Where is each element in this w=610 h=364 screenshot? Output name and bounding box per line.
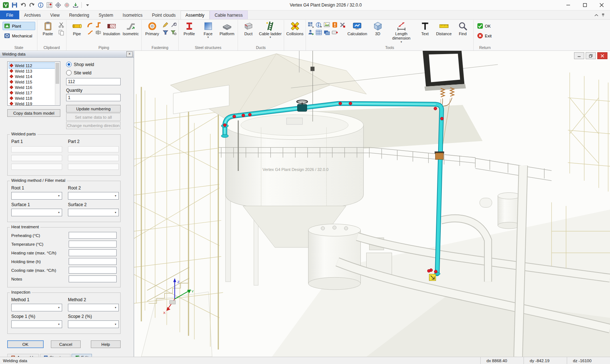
notes-input[interactable] — [69, 275, 117, 282]
tab-assembly[interactable]: Assembly — [181, 11, 210, 19]
save-icon[interactable] — [11, 1, 19, 9]
face-button[interactable]: Face ▾ — [199, 20, 218, 39]
weld-list-item[interactable]: Weld 118 — [9, 95, 55, 101]
root2-combo[interactable]: ▾ — [68, 192, 119, 200]
viewport-restore-button[interactable] — [586, 52, 596, 59]
viewport-minimize-button[interactable] — [574, 52, 584, 59]
three-d-button[interactable]: 3D — [368, 20, 387, 36]
pipe-button[interactable]: Pipe — [68, 20, 86, 36]
preheating-input[interactable] — [69, 232, 117, 239]
method2-combo[interactable]: ▾ — [68, 304, 119, 311]
export-icon[interactable] — [72, 1, 80, 9]
redo-icon[interactable] — [28, 1, 36, 9]
snap-grid-icon[interactable] — [45, 1, 53, 9]
tab-point-clouds[interactable]: Point clouds — [147, 11, 180, 19]
temperature-input[interactable] — [69, 241, 117, 248]
weld-list-item[interactable]: Weld 116 — [9, 85, 55, 90]
site-weld-radio[interactable]: Site weld — [66, 70, 121, 76]
tab-rendering[interactable]: Rendering — [64, 11, 94, 19]
measure-cross-button[interactable] — [339, 22, 346, 28]
profile-button[interactable]: Profile — [180, 20, 199, 36]
undo-icon[interactable] — [19, 1, 27, 9]
weld-list-item[interactable]: Weld 113 — [9, 68, 55, 74]
ok-button[interactable]: OK — [7, 340, 44, 348]
ribbon-collapse-icon[interactable] — [594, 12, 598, 18]
update-numbering-button[interactable]: Update numbering — [66, 105, 121, 113]
change-numbering-direction-button[interactable]: Change numbering direction — [66, 122, 121, 129]
plant-button[interactable]: Plant — [3, 22, 35, 30]
viewport-canvas[interactable]: Vertex G4 Plant Design 2026 / 32.0.0 Z Y… — [134, 51, 610, 357]
close-button[interactable] — [593, 0, 610, 10]
tab-view[interactable]: View — [45, 11, 64, 19]
holding-time-input[interactable] — [69, 258, 117, 265]
copy-button[interactable] — [58, 29, 64, 36]
platform-button[interactable]: Platform — [218, 20, 237, 36]
root1-combo[interactable]: ▾ — [11, 192, 62, 200]
heating-rate-input[interactable] — [69, 249, 117, 256]
help-button[interactable]: Help — [91, 340, 121, 348]
ribbon-pin-icon[interactable] — [601, 12, 605, 18]
minimize-button[interactable] — [560, 0, 577, 10]
text-button[interactable]: Text — [416, 20, 435, 36]
filter-settings-button[interactable] — [170, 29, 177, 36]
duct-button[interactable]: Duct — [239, 20, 258, 36]
weld-list-item[interactable]: Weld 115 — [9, 79, 55, 85]
scope2-combo[interactable]: ▾ — [68, 320, 119, 328]
component-grid-button[interactable] — [308, 22, 314, 28]
cable-ladder-button[interactable]: Cable ladder ▾ — [258, 20, 283, 39]
collisions-button[interactable]: Collisions — [285, 20, 304, 36]
layers-tool-button[interactable] — [324, 29, 330, 36]
pipe-fitting[interactable] — [435, 151, 444, 159]
weld-number-input[interactable]: 112 — [66, 78, 121, 85]
app-logo-icon[interactable] — [2, 1, 10, 9]
method1-combo[interactable]: ▾ — [11, 304, 62, 311]
weld-list-item[interactable]: Weld 117 — [9, 90, 55, 95]
distance-button[interactable]: Distance — [435, 20, 453, 36]
small-tank[interactable] — [308, 224, 361, 290]
length-dimension-button[interactable]: Length dimension ▾ — [387, 20, 416, 44]
cut-button[interactable] — [58, 22, 64, 28]
scope1-combo[interactable]: ▾ — [11, 320, 62, 328]
set-same-data-button[interactable]: Set same data to all — [66, 113, 121, 121]
filter-button[interactable] — [162, 29, 169, 36]
insulation-button[interactable]: Insulation — [102, 20, 121, 36]
ribbon-ok-button[interactable]: OK — [476, 22, 494, 30]
tab-system[interactable]: System — [94, 11, 118, 19]
cancel-button[interactable]: Cancel — [51, 340, 81, 348]
panel-tab-structure[interactable]: Structure — [40, 354, 70, 357]
cooling-rate-input[interactable] — [69, 267, 117, 274]
quantity-input[interactable]: 1 — [66, 94, 121, 101]
find-button[interactable]: Find — [453, 20, 472, 36]
weld-list-item[interactable]: Weld 112 — [9, 63, 55, 68]
surface2-combo[interactable]: ▾ — [68, 209, 119, 216]
panel-tab-edit[interactable]: Edit — [72, 354, 92, 357]
edit-fastener-button[interactable] — [162, 22, 169, 28]
calculation-button[interactable]: Calculation — [346, 20, 368, 36]
maximize-button[interactable] — [577, 0, 593, 10]
primary-button[interactable]: Primary — [143, 20, 162, 36]
position-tool-button[interactable] — [332, 29, 338, 36]
mechanical-button[interactable]: Mechanical — [3, 32, 35, 40]
warnings-button[interactable] — [332, 22, 338, 28]
isometric-button[interactable]: Isometric — [121, 20, 140, 36]
pipe-elbow-button[interactable] — [95, 22, 101, 28]
tab-archives[interactable]: Archives — [19, 11, 45, 19]
weld-list-scrollbar[interactable] — [55, 62, 60, 105]
object-info-button[interactable] — [316, 22, 322, 28]
tab-cable-harness[interactable]: Cable harness — [210, 11, 248, 19]
person-tool-button[interactable] — [308, 29, 314, 36]
dialog-close-icon[interactable]: × — [126, 51, 133, 57]
tab-isometrics[interactable]: Isometrics — [118, 11, 148, 19]
qat-menu-chevron-icon[interactable] — [84, 1, 92, 9]
fastener-tools-button[interactable] — [170, 22, 177, 28]
viewport[interactable]: Vertex G4 Plant Design 2026 / 32.0.0 Z Y… — [134, 51, 610, 357]
dialog-title-bar[interactable]: Welding data × — [0, 51, 134, 58]
tab-file[interactable]: File — [0, 11, 19, 19]
pipe-bend-button[interactable] — [87, 22, 93, 28]
copy-data-from-model-button[interactable]: Copy data from model — [7, 109, 60, 117]
panel-tab-assembly[interactable]: Assembly — [7, 354, 39, 357]
pipe-valve[interactable] — [297, 100, 308, 111]
module-icon[interactable] — [54, 1, 62, 9]
shop-weld-radio[interactable]: Shop weld — [66, 61, 121, 68]
paste-button[interactable]: Paste — [39, 20, 57, 36]
